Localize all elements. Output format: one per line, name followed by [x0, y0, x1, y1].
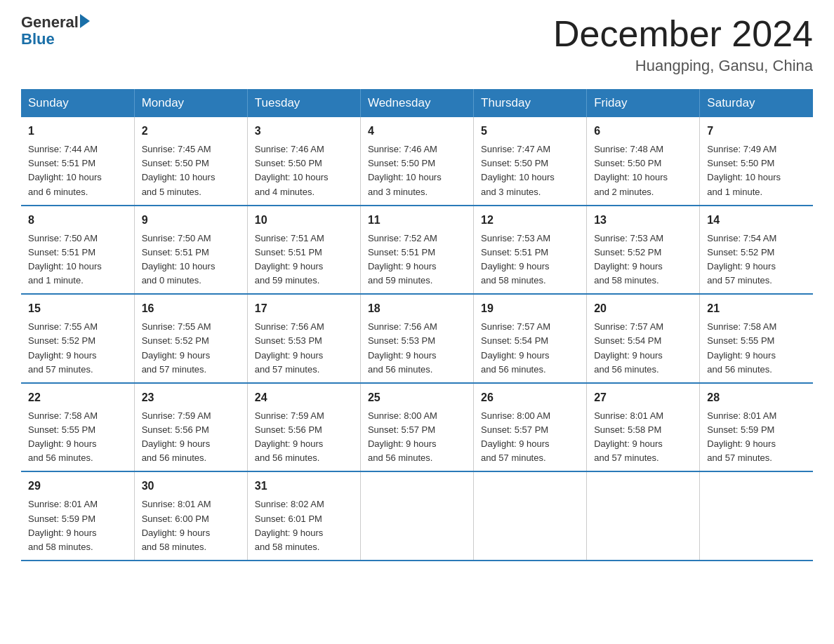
day-info: Sunrise: 7:58 AM Sunset: 5:55 PM Dayligh…: [28, 409, 127, 466]
day-number: 11: [368, 212, 466, 229]
day-number: 14: [707, 212, 806, 229]
calendar-cell: 11Sunrise: 7:52 AM Sunset: 5:51 PM Dayli…: [360, 206, 473, 295]
day-number: 10: [255, 212, 353, 229]
calendar-week-row: 22Sunrise: 7:58 AM Sunset: 5:55 PM Dayli…: [21, 383, 813, 472]
day-info: Sunrise: 7:54 AM Sunset: 5:52 PM Dayligh…: [707, 232, 806, 288]
day-info: Sunrise: 7:55 AM Sunset: 5:52 PM Dayligh…: [28, 320, 127, 377]
day-number: 15: [28, 300, 127, 317]
day-info: Sunrise: 8:00 AM Sunset: 5:57 PM Dayligh…: [481, 409, 579, 466]
calendar-cell: 5Sunrise: 7:47 AM Sunset: 5:50 PM Daylig…: [474, 117, 587, 206]
day-info: Sunrise: 7:49 AM Sunset: 5:50 PM Dayligh…: [707, 142, 806, 199]
calendar-cell: 27Sunrise: 8:01 AM Sunset: 5:58 PM Dayli…: [587, 383, 700, 472]
day-info: Sunrise: 7:46 AM Sunset: 5:50 PM Dayligh…: [368, 142, 466, 199]
calendar-cell: 6Sunrise: 7:48 AM Sunset: 5:50 PM Daylig…: [587, 117, 700, 206]
calendar-cell: 22Sunrise: 7:58 AM Sunset: 5:55 PM Dayli…: [21, 383, 134, 472]
calendar-cell: 16Sunrise: 7:55 AM Sunset: 5:52 PM Dayli…: [134, 294, 247, 383]
day-info: Sunrise: 8:02 AM Sunset: 6:01 PM Dayligh…: [255, 497, 353, 554]
day-info: Sunrise: 8:01 AM Sunset: 5:59 PM Dayligh…: [707, 409, 806, 466]
calendar-cell: 3Sunrise: 7:46 AM Sunset: 5:50 PM Daylig…: [247, 117, 360, 206]
calendar-cell: 14Sunrise: 7:54 AM Sunset: 5:52 PM Dayli…: [700, 206, 813, 295]
day-info: Sunrise: 7:50 AM Sunset: 5:51 PM Dayligh…: [142, 232, 240, 288]
day-number: 19: [481, 300, 579, 317]
day-number: 29: [28, 478, 127, 495]
calendar-cell: 12Sunrise: 7:53 AM Sunset: 5:51 PM Dayli…: [474, 206, 587, 295]
page-header: General Blue December 2024 Huangping, Ga…: [21, 14, 813, 75]
day-info: Sunrise: 8:01 AM Sunset: 6:00 PM Dayligh…: [142, 497, 240, 554]
calendar-cell: 9Sunrise: 7:50 AM Sunset: 5:51 PM Daylig…: [134, 206, 247, 295]
calendar-cell: 31Sunrise: 8:02 AM Sunset: 6:01 PM Dayli…: [247, 471, 360, 561]
day-number: 8: [28, 212, 127, 229]
day-info: Sunrise: 7:57 AM Sunset: 5:54 PM Dayligh…: [594, 320, 692, 377]
calendar-cell: 19Sunrise: 7:57 AM Sunset: 5:54 PM Dayli…: [474, 294, 587, 383]
calendar-cell: 30Sunrise: 8:01 AM Sunset: 6:00 PM Dayli…: [134, 471, 247, 561]
day-info: Sunrise: 7:44 AM Sunset: 5:51 PM Dayligh…: [28, 142, 127, 199]
day-number: 6: [594, 123, 692, 140]
logo-arrow-icon: [80, 14, 90, 28]
calendar-cell: 4Sunrise: 7:46 AM Sunset: 5:50 PM Daylig…: [360, 117, 473, 206]
day-info: Sunrise: 7:56 AM Sunset: 5:53 PM Dayligh…: [255, 320, 353, 377]
day-number: 20: [594, 300, 692, 317]
weekday-header-tuesday: Tuesday: [247, 89, 360, 117]
calendar-cell: [360, 471, 473, 561]
day-info: Sunrise: 8:00 AM Sunset: 5:57 PM Dayligh…: [368, 409, 466, 466]
day-number: 12: [481, 212, 579, 229]
day-number: 21: [707, 300, 806, 317]
day-number: 25: [368, 389, 466, 406]
day-info: Sunrise: 8:01 AM Sunset: 5:59 PM Dayligh…: [28, 497, 127, 554]
weekday-header-row: SundayMondayTuesdayWednesdayThursdayFrid…: [21, 89, 813, 117]
logo-blue-text: Blue: [21, 31, 90, 48]
day-number: 27: [594, 389, 692, 406]
day-number: 5: [481, 123, 579, 140]
day-number: 30: [142, 478, 240, 495]
calendar-cell: 15Sunrise: 7:55 AM Sunset: 5:52 PM Dayli…: [21, 294, 134, 383]
calendar-week-row: 29Sunrise: 8:01 AM Sunset: 5:59 PM Dayli…: [21, 471, 813, 561]
day-number: 17: [255, 300, 353, 317]
day-number: 2: [142, 123, 240, 140]
calendar-week-row: 8Sunrise: 7:50 AM Sunset: 5:51 PM Daylig…: [21, 206, 813, 295]
calendar-cell: 28Sunrise: 8:01 AM Sunset: 5:59 PM Dayli…: [700, 383, 813, 472]
calendar-cell: 21Sunrise: 7:58 AM Sunset: 5:55 PM Dayli…: [700, 294, 813, 383]
weekday-header-wednesday: Wednesday: [360, 89, 473, 117]
calendar-cell: 29Sunrise: 8:01 AM Sunset: 5:59 PM Dayli…: [21, 471, 134, 561]
day-info: Sunrise: 7:58 AM Sunset: 5:55 PM Dayligh…: [707, 320, 806, 377]
calendar-cell: 24Sunrise: 7:59 AM Sunset: 5:56 PM Dayli…: [247, 383, 360, 472]
day-info: Sunrise: 7:45 AM Sunset: 5:50 PM Dayligh…: [142, 142, 240, 199]
day-info: Sunrise: 7:46 AM Sunset: 5:50 PM Dayligh…: [255, 142, 353, 199]
day-info: Sunrise: 7:57 AM Sunset: 5:54 PM Dayligh…: [481, 320, 579, 377]
day-info: Sunrise: 7:52 AM Sunset: 5:51 PM Dayligh…: [368, 232, 466, 288]
day-number: 24: [255, 389, 353, 406]
calendar-cell: 18Sunrise: 7:56 AM Sunset: 5:53 PM Dayli…: [360, 294, 473, 383]
day-number: 22: [28, 389, 127, 406]
calendar-table: SundayMondayTuesdayWednesdayThursdayFrid…: [21, 89, 813, 561]
day-number: 16: [142, 300, 240, 317]
weekday-header-friday: Friday: [587, 89, 700, 117]
day-number: 13: [594, 212, 692, 229]
weekday-header-monday: Monday: [134, 89, 247, 117]
day-info: Sunrise: 7:51 AM Sunset: 5:51 PM Dayligh…: [255, 232, 353, 288]
day-info: Sunrise: 7:48 AM Sunset: 5:50 PM Dayligh…: [594, 142, 692, 199]
day-number: 4: [368, 123, 466, 140]
day-info: Sunrise: 7:47 AM Sunset: 5:50 PM Dayligh…: [481, 142, 579, 199]
day-info: Sunrise: 7:55 AM Sunset: 5:52 PM Dayligh…: [142, 320, 240, 377]
calendar-cell: 20Sunrise: 7:57 AM Sunset: 5:54 PM Dayli…: [587, 294, 700, 383]
weekday-header-saturday: Saturday: [700, 89, 813, 117]
day-info: Sunrise: 8:01 AM Sunset: 5:58 PM Dayligh…: [594, 409, 692, 466]
day-info: Sunrise: 7:53 AM Sunset: 5:52 PM Dayligh…: [594, 232, 692, 288]
day-number: 9: [142, 212, 240, 229]
calendar-week-row: 15Sunrise: 7:55 AM Sunset: 5:52 PM Dayli…: [21, 294, 813, 383]
location-text: Huangping, Gansu, China: [553, 57, 813, 75]
calendar-cell: [700, 471, 813, 561]
month-title: December 2024: [553, 14, 813, 54]
day-info: Sunrise: 7:59 AM Sunset: 5:56 PM Dayligh…: [255, 409, 353, 466]
calendar-cell: 25Sunrise: 8:00 AM Sunset: 5:57 PM Dayli…: [360, 383, 473, 472]
calendar-cell: 7Sunrise: 7:49 AM Sunset: 5:50 PM Daylig…: [700, 117, 813, 206]
calendar-cell: [474, 471, 587, 561]
calendar-cell: 17Sunrise: 7:56 AM Sunset: 5:53 PM Dayli…: [247, 294, 360, 383]
day-number: 31: [255, 478, 353, 495]
calendar-cell: 8Sunrise: 7:50 AM Sunset: 5:51 PM Daylig…: [21, 206, 134, 295]
calendar-cell: 23Sunrise: 7:59 AM Sunset: 5:56 PM Dayli…: [134, 383, 247, 472]
calendar-week-row: 1Sunrise: 7:44 AM Sunset: 5:51 PM Daylig…: [21, 117, 813, 206]
day-info: Sunrise: 7:53 AM Sunset: 5:51 PM Dayligh…: [481, 232, 579, 288]
day-number: 7: [707, 123, 806, 140]
logo: General Blue: [21, 14, 90, 48]
